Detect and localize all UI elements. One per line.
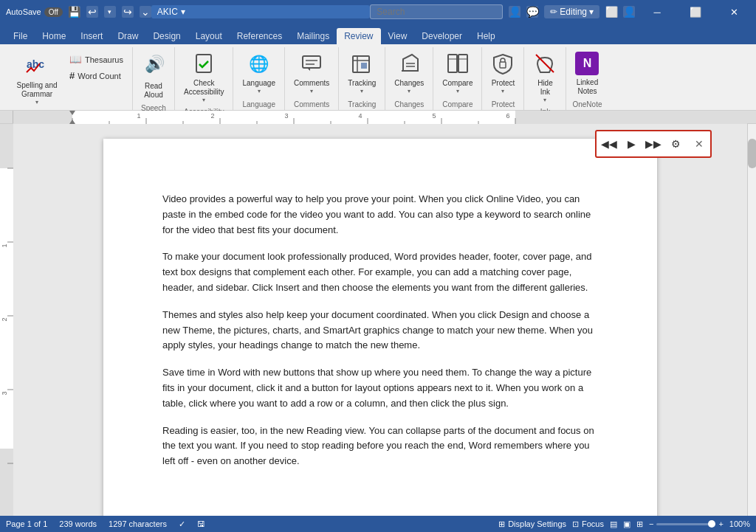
protect-group-label: Protect <box>487 99 519 110</box>
hide-ink-label: HideInk <box>537 79 553 97</box>
check-accessibility-button[interactable]: CheckAccessibility ▾ <box>179 49 228 106</box>
tab-design[interactable]: Design <box>145 28 188 44</box>
tab-insert[interactable]: Insert <box>73 28 110 44</box>
proofing-status-icon[interactable]: ✓ <box>179 519 185 529</box>
display-settings-label: Display Settings <box>508 519 566 528</box>
hide-ink-button[interactable]: HideInk ▾ <box>529 49 561 106</box>
view-mode-button-2[interactable]: ▣ <box>623 519 630 529</box>
title-bar-left: AutoSave Off 💾 ↩ ▾ ↪ ⌄ <box>6 6 151 18</box>
word-count-button[interactable]: # Word Count <box>65 68 128 83</box>
compare-group-label: Compare <box>438 99 477 110</box>
share-button[interactable]: 👤 <box>509 6 520 18</box>
ribbon-group-tracking: Tracking ▾ Tracking <box>339 47 385 110</box>
profile-button[interactable]: 👤 <box>623 6 635 18</box>
zoom-control[interactable]: − + <box>649 519 724 528</box>
focus-button[interactable]: ⊡ Focus <box>572 519 604 529</box>
undo-button[interactable]: ↩ <box>86 6 98 18</box>
read-aloud-prev-button[interactable]: ◀◀ <box>599 134 619 154</box>
editing-label: Editing <box>560 7 587 17</box>
ruler-container: 1 2 3 4 5 6 <box>0 111 756 124</box>
tab-draw[interactable]: Draw <box>110 28 145 44</box>
redo-button[interactable]: ↪ <box>122 6 134 18</box>
tab-view[interactable]: View <box>381 28 415 44</box>
tab-file[interactable]: File <box>6 28 35 44</box>
autosave-control[interactable]: AutoSave Off <box>6 7 63 17</box>
close-button[interactable]: ✕ <box>718 0 750 24</box>
view-mode-button-3[interactable]: ⊞ <box>636 519 643 529</box>
undo-dropdown-button[interactable]: ▾ <box>104 6 116 18</box>
tab-help[interactable]: Help <box>470 28 503 44</box>
more-qat-button[interactable]: ⌄ <box>140 6 151 18</box>
comments-content: Comments ▾ <box>289 47 334 99</box>
autosave-label: AutoSave <box>6 7 41 16</box>
editing-icon: ✏ <box>550 7 557 17</box>
read-aloud-next-button[interactable]: ▶▶ <box>643 134 664 154</box>
speech-content: 🔊 ReadAloud <box>137 47 170 103</box>
read-aloud-close-button[interactable]: ✕ <box>690 135 708 153</box>
tracking-button[interactable]: Tracking ▾ <box>343 49 380 97</box>
linked-notes-button[interactable]: N LinkedNotes <box>571 49 603 99</box>
tab-references[interactable]: References <box>230 28 289 44</box>
check-icon: ✓ <box>179 519 185 529</box>
app-title[interactable]: AKIC ▾ <box>151 5 370 18</box>
view-mode-icon-1: ▤ <box>610 519 617 529</box>
tracking-label: Tracking <box>348 79 376 88</box>
comments-group-label: Comments <box>289 99 334 110</box>
zoom-percent-label: 100% <box>729 519 750 528</box>
word-count-status[interactable]: 239 words <box>59 519 97 528</box>
zoom-thumb[interactable] <box>708 520 715 528</box>
page-info[interactable]: Page 1 of 1 <box>6 519 47 528</box>
focus-label: Focus <box>582 519 604 528</box>
onenote-icon: N <box>575 52 599 75</box>
view-mode-button-1[interactable]: ▤ <box>610 519 617 529</box>
tab-mailings[interactable]: Mailings <box>289 28 337 44</box>
compare-button[interactable]: Compare ▾ <box>438 49 477 97</box>
title-bar-right: 👤 💬 ✏ Editing ▾ ⬜ 👤 ─ ⬜ ✕ <box>370 0 750 24</box>
vertical-scrollbar[interactable] <box>747 124 756 516</box>
svg-rect-11 <box>361 63 367 69</box>
ribbon-group-compare: Compare ▾ Compare <box>433 47 482 110</box>
restore-button[interactable]: ⬜ <box>679 0 712 24</box>
svg-rect-14 <box>448 55 457 72</box>
zoom-track[interactable] <box>656 523 715 525</box>
tab-review[interactable]: Review <box>337 28 380 44</box>
read-aloud-settings-button[interactable]: ⚙ <box>665 134 686 154</box>
changes-button[interactable]: Changes ▾ <box>390 49 428 97</box>
search-input[interactable] <box>370 4 503 19</box>
scrollbar-thumb[interactable] <box>748 139 756 168</box>
ruler-left-gutter <box>0 111 13 123</box>
thesaurus-button[interactable]: 📖 Thesaurus <box>65 52 128 67</box>
check-accessibility-label: CheckAccessibility <box>184 79 224 97</box>
document-scroll-area[interactable]: ◀◀ ▶ ▶▶ ⚙ ✕ Video provides a powerful wa… <box>13 124 747 516</box>
tab-layout[interactable]: Layout <box>188 28 230 44</box>
language-content: 🌐 Language ▾ <box>238 47 280 99</box>
protect-button[interactable]: Protect ▾ <box>487 49 519 97</box>
tab-home[interactable]: Home <box>35 28 73 44</box>
svg-text:🔊: 🔊 <box>145 54 165 74</box>
minimize-button[interactable]: ─ <box>641 0 673 24</box>
ribbon-display-button[interactable]: ⬜ <box>605 6 617 18</box>
language-button[interactable]: 🌐 Language ▾ <box>238 49 280 97</box>
read-aloud-button[interactable]: 🔊 ReadAloud <box>137 49 170 103</box>
editing-mode-button[interactable]: ✏ Editing ▾ <box>544 5 599 18</box>
display-settings-button[interactable]: ⊞ Display Settings <box>498 519 566 529</box>
ribbon-group-ink: HideInk ▾ Ink <box>524 47 566 110</box>
tab-developer[interactable]: Developer <box>414 28 470 44</box>
comments-label: Comments <box>294 79 329 88</box>
language-label: Language <box>242 79 275 88</box>
spelling-grammar-button[interactable]: abc Spelling and Grammar ▾ <box>10 49 63 108</box>
save-button[interactable]: 💾 <box>69 6 80 18</box>
zoom-minus-button[interactable]: − <box>649 519 653 528</box>
zoom-plus-button[interactable]: + <box>718 519 723 528</box>
comment-button[interactable]: 💬 <box>526 6 538 18</box>
char-count-status[interactable]: 1297 characters <box>109 519 167 528</box>
save-status-icon[interactable]: 🖫 <box>197 519 205 528</box>
comments-button[interactable]: Comments ▾ <box>289 49 334 97</box>
autosave-toggle[interactable]: Off <box>44 7 63 17</box>
view-mode-icon-2: ▣ <box>623 519 630 529</box>
read-aloud-play-button[interactable]: ▶ <box>621 134 642 154</box>
view-mode-icon-3: ⊞ <box>636 519 643 529</box>
svg-text:🌐: 🌐 <box>249 54 269 74</box>
compare-content: Compare ▾ <box>438 47 477 99</box>
protect-label: Protect <box>492 79 515 88</box>
